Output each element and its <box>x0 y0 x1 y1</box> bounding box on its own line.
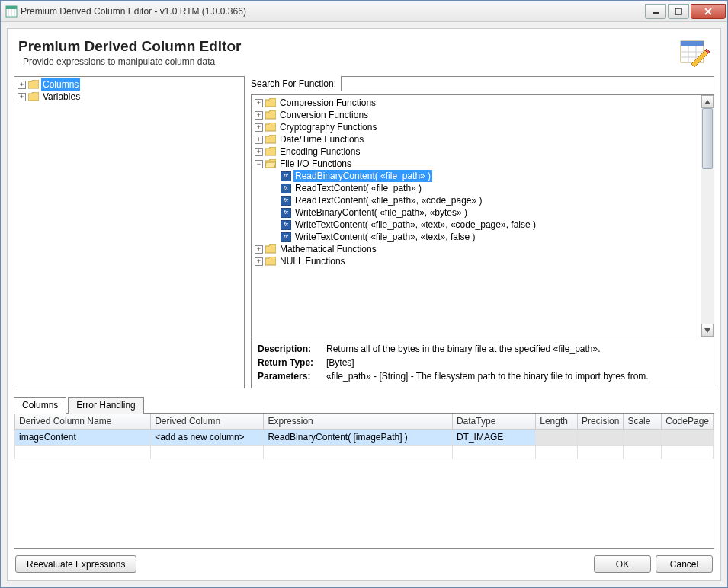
tree-label: ReadTextContent( «file_path», «code_page… <box>293 194 484 206</box>
tree-label: ReadTextContent( «file_path» ) <box>293 182 423 194</box>
cancel-button[interactable]: Cancel <box>656 555 713 573</box>
content-area: Premium Derived Column Editor Provide ex… <box>7 28 721 581</box>
tree-node-columns[interactable]: + Columns <box>16 78 242 91</box>
header-icon <box>679 38 710 69</box>
col-header-datatype[interactable]: DataType <box>452 414 535 430</box>
col-header-precision[interactable]: Precision <box>578 414 624 430</box>
tree-node-function[interactable]: fxReadBinaryContent( «file_path» ) <box>253 170 699 182</box>
tree-node-function[interactable]: fxWriteBinaryContent( «file_path», «byte… <box>253 206 699 219</box>
cell-expression[interactable]: ReadBinaryContent( [imagePath] ) <box>264 430 453 446</box>
tree-node-category[interactable]: +Conversion Functions <box>253 109 699 121</box>
scroll-down-button[interactable] <box>701 324 714 337</box>
tree-label: Conversion Functions <box>278 109 370 121</box>
expand-icon[interactable]: + <box>255 123 263 132</box>
tree-label: WriteTextContent( «file_path», «text», f… <box>293 231 477 243</box>
scroll-thumb[interactable] <box>702 108 713 169</box>
close-button[interactable] <box>691 4 726 19</box>
expand-icon[interactable]: + <box>255 99 263 107</box>
window-title: Premium Derived Column Editor - v1.0 RTM… <box>21 6 643 17</box>
tree-label: WriteTextContent( «file_path», «text», «… <box>293 219 537 231</box>
tree-node-category[interactable]: −File I/O Functions <box>253 158 699 170</box>
detail-return-label: Return Type: <box>258 357 326 368</box>
detail-params-value: «file_path» - [String] - The filesystem … <box>326 371 707 382</box>
tree-label: WriteBinaryContent( «file_path», «bytes»… <box>293 206 469 219</box>
cell-datatype[interactable]: DT_IMAGE <box>452 430 535 446</box>
ok-button[interactable]: OK <box>594 555 651 573</box>
columns-grid[interactable]: Derived Column Name Derived Column Expre… <box>14 414 714 549</box>
expand-icon[interactable]: + <box>18 93 26 101</box>
tree-label: Mathematical Functions <box>278 243 378 255</box>
function-tree[interactable]: +Compression Functions +Conversion Funct… <box>252 95 701 337</box>
expand-icon[interactable]: + <box>255 257 263 266</box>
cell-scale <box>624 430 662 446</box>
collapse-icon[interactable]: − <box>255 160 263 168</box>
folder-open-icon <box>265 159 276 168</box>
page-title: Premium Derived Column Editor <box>18 38 679 55</box>
fx-icon: fx <box>281 220 291 230</box>
tree-node-category[interactable]: +Mathematical Functions <box>253 243 699 255</box>
detail-params-label: Parameters: <box>258 371 326 382</box>
detail-return-value: [Bytes] <box>326 357 707 368</box>
tree-node-category[interactable]: +Compression Functions <box>253 97 699 109</box>
folder-icon <box>265 147 276 156</box>
tree-node-category[interactable]: +NULL Functions <box>253 255 699 267</box>
col-header-name[interactable]: Derived Column Name <box>15 414 151 430</box>
minimize-button[interactable] <box>645 4 666 19</box>
scrollbar[interactable] <box>701 95 714 337</box>
function-tree-container: +Compression Functions +Conversion Funct… <box>251 94 714 337</box>
tree-node-category[interactable]: +Cryptography Functions <box>253 121 699 133</box>
search-input[interactable] <box>341 76 714 91</box>
tab-error-handling[interactable]: Error Handling <box>68 397 143 414</box>
tab-columns[interactable]: Columns <box>14 397 66 414</box>
folder-icon <box>265 135 276 144</box>
detail-desc-label: Description: <box>258 344 326 354</box>
table-row[interactable] <box>15 446 714 459</box>
tree-node-category[interactable]: +Encoding Functions <box>253 145 699 158</box>
col-header-expression[interactable]: Expression <box>264 414 453 430</box>
svg-rect-10 <box>681 41 704 46</box>
folder-icon <box>28 80 39 89</box>
scroll-up-button[interactable] <box>701 95 714 108</box>
app-window: Premium Derived Column Editor - v1.0 RTM… <box>0 0 728 588</box>
table-row[interactable]: imageContent <add as new column> ReadBin… <box>15 430 714 446</box>
detail-desc-value: Returns all of the bytes in the binary f… <box>326 344 707 354</box>
maximize-button[interactable] <box>668 4 689 19</box>
folder-icon <box>265 123 276 132</box>
cell-codepage <box>662 430 714 446</box>
folder-icon <box>265 98 276 107</box>
expand-icon[interactable]: + <box>255 148 263 156</box>
reevaluate-button[interactable]: Reevaluate Expressions <box>15 555 136 573</box>
col-header-derived[interactable]: Derived Column <box>151 414 264 430</box>
function-detail: Description:Returns all of the bytes in … <box>251 337 714 388</box>
tree-node-function[interactable]: fxReadTextContent( «file_path» ) <box>253 182 699 194</box>
tree-node-function[interactable]: fxReadTextContent( «file_path», «code_pa… <box>253 194 699 206</box>
svg-rect-6 <box>675 8 681 14</box>
tree-label: Cryptography Functions <box>278 121 378 133</box>
fx-icon: fx <box>281 184 291 193</box>
expand-icon[interactable]: + <box>255 245 263 254</box>
col-header-scale[interactable]: Scale <box>624 414 662 430</box>
fx-icon: fx <box>281 171 291 181</box>
fx-icon: fx <box>281 232 291 242</box>
folder-icon <box>265 257 276 266</box>
tree-node-variables[interactable]: + Variables <box>16 91 242 103</box>
cell-name[interactable]: imageContent <box>15 430 151 446</box>
cell-derived-column[interactable]: <add as new column> <box>151 430 264 446</box>
search-row: Search For Function: <box>251 76 714 91</box>
tree-node-function[interactable]: fxWriteTextContent( «file_path», «text»,… <box>253 219 699 231</box>
tree-label: File I/O Functions <box>278 158 353 170</box>
cell-length <box>536 430 578 446</box>
titlebar[interactable]: Premium Derived Column Editor - v1.0 RTM… <box>1 1 727 22</box>
folder-icon <box>265 110 276 120</box>
expand-icon[interactable]: + <box>255 111 263 120</box>
function-panel: Search For Function: +Compression Functi… <box>251 76 714 388</box>
columns-variables-tree[interactable]: + Columns + Variables <box>14 76 245 388</box>
tree-label: Columns <box>41 78 80 91</box>
expand-icon[interactable]: + <box>18 81 26 89</box>
col-header-codepage[interactable]: CodePage <box>662 414 714 430</box>
folder-icon <box>28 92 39 101</box>
tree-node-category[interactable]: +Date/Time Functions <box>253 133 699 145</box>
col-header-length[interactable]: Length <box>536 414 578 430</box>
expand-icon[interactable]: + <box>255 136 263 144</box>
tree-node-function[interactable]: fxWriteTextContent( «file_path», «text»,… <box>253 231 699 243</box>
